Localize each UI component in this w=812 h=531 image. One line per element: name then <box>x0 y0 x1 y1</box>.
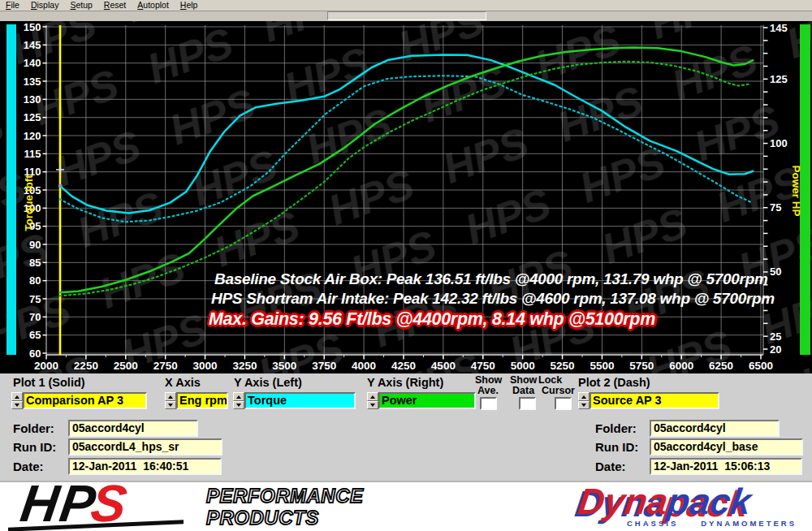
svg-text:75: 75 <box>770 201 781 214</box>
yaxis-left-spinner[interactable] <box>233 392 244 409</box>
svg-text:4750: 4750 <box>471 360 495 372</box>
runid-field-right[interactable]: 05accord4cyl_base <box>650 438 803 455</box>
svg-text:65: 65 <box>29 329 41 341</box>
svg-text:60: 60 <box>29 348 41 360</box>
svg-text:125: 125 <box>24 111 41 123</box>
plot2-spinner[interactable] <box>578 392 590 409</box>
show-data-checkbox[interactable] <box>519 397 536 410</box>
spin-up-icon[interactable] <box>233 392 244 401</box>
plot2-label: Plot 2 (Dash) <box>578 376 650 389</box>
svg-text:50: 50 <box>770 266 781 278</box>
hps-logo: HPS <box>17 474 132 531</box>
svg-text:120: 120 <box>24 130 41 142</box>
xaxis-spinner[interactable] <box>165 392 176 409</box>
show-ave-label-bottom: Ave. <box>477 385 499 396</box>
svg-text:5250: 5250 <box>551 360 575 372</box>
dyno-chart: HPS 606570758085909510010511011512012513… <box>0 21 812 373</box>
svg-text:6250: 6250 <box>709 360 733 372</box>
svg-text:135: 135 <box>24 76 41 88</box>
svg-text:145: 145 <box>24 39 41 51</box>
menu-item-help[interactable]: Help <box>175 0 204 11</box>
yaxis-left-combo: Torque <box>233 392 356 409</box>
spin-up-icon[interactable] <box>11 392 23 401</box>
hps-performance-text: PERFORMANCE <box>206 485 364 507</box>
date-label-left: Date: <box>13 460 44 473</box>
show-data-label-bottom: Data <box>512 385 534 396</box>
svg-text:4500: 4500 <box>431 360 456 372</box>
spin-down-icon[interactable] <box>165 401 176 410</box>
spin-down-icon[interactable] <box>367 401 378 410</box>
runid-label-right: Run ID: <box>595 440 638 454</box>
yaxis-right-value[interactable]: Power <box>378 392 476 409</box>
folder-field-right[interactable]: 05accord4cyl <box>650 420 780 437</box>
svg-text:4250: 4250 <box>391 360 416 372</box>
logo-band: HPS PERFORMANCE PRODUCTS Dynapack CHASSI… <box>0 481 812 531</box>
svg-text:115: 115 <box>24 148 41 160</box>
xaxis-label: X Axis <box>165 376 201 389</box>
spin-down-icon[interactable] <box>11 401 23 410</box>
date-field-right[interactable]: 12-Jan-2011 15:06:13 <box>650 458 802 475</box>
dynapack-logo: Dynapack <box>575 481 754 523</box>
spin-up-icon[interactable] <box>367 392 378 401</box>
svg-text:4000: 4000 <box>352 360 376 372</box>
menu-item-autoplot[interactable]: Autoplot <box>132 0 175 11</box>
svg-text:3000: 3000 <box>193 360 218 372</box>
menu-item-display[interactable]: Display <box>25 0 64 11</box>
date-field-left[interactable]: 12-Jan-2011 16:40:51 <box>68 458 222 475</box>
hps-logo-hp: HP <box>17 474 101 531</box>
show-ave-checkbox[interactable] <box>480 397 497 410</box>
menu-item-reset[interactable]: Reset <box>98 0 132 11</box>
menu-item-file[interactable]: File <box>0 0 25 11</box>
svg-text:150: 150 <box>24 21 41 33</box>
date-label-right: Date: <box>595 460 626 473</box>
yaxis-right-combo: Power <box>367 392 476 409</box>
dynapack-chassis-text: CHASSIS <box>627 519 678 528</box>
dyno-software-window: FileDisplaySetupResetAutoplotHelp Compar… <box>0 0 812 531</box>
dynapack-logo-pack: pack <box>665 481 754 522</box>
yaxis-right-spinner[interactable] <box>367 392 378 409</box>
plot1-combo: Comparison AP 3 <box>11 392 147 409</box>
spin-up-icon[interactable] <box>165 392 176 401</box>
dynapack-logo-dyna: Dyna <box>575 481 670 522</box>
svg-text:2250: 2250 <box>74 360 98 372</box>
spin-down-icon[interactable] <box>233 401 244 410</box>
folder-field-left[interactable]: 05accord4cyl <box>68 420 198 437</box>
annotation-baseline-peak: Baseline Stock Air Box: Peak 136.51 ft/l… <box>214 270 768 288</box>
svg-text:6000: 6000 <box>669 360 693 372</box>
xaxis-value[interactable]: Eng rpm <box>176 392 228 409</box>
svg-text:130: 130 <box>24 93 41 106</box>
spin-down-icon[interactable] <box>578 401 590 410</box>
plot2-value[interactable]: Source AP 3 <box>590 392 719 409</box>
yaxis-right-label: Y Axis (Right) <box>367 376 443 389</box>
dynapack-subtitle: CHASSIS DYNAMOMETERS <box>627 519 797 528</box>
lock-cursor-label-top: Lock <box>538 374 562 386</box>
hps-products-text: PRODUCTS <box>206 507 319 529</box>
svg-text:2500: 2500 <box>114 360 138 372</box>
svg-text:125: 125 <box>770 73 788 85</box>
svg-text:80: 80 <box>29 274 41 287</box>
svg-text:20: 20 <box>770 343 781 356</box>
yaxis-left-value[interactable]: Torque <box>244 392 356 409</box>
power-axis-title: Power HP <box>790 165 802 216</box>
menu-item-setup[interactable]: Setup <box>64 0 97 11</box>
show-ave-label-top: Show <box>475 374 502 386</box>
svg-text:2000: 2000 <box>34 360 58 372</box>
runid-field-left[interactable]: 05accordL4_hps_sr <box>68 438 222 455</box>
plot2-combo: Source AP 3 <box>578 392 719 409</box>
torque-axis-color-bar <box>6 24 16 355</box>
svg-text:3250: 3250 <box>232 360 257 372</box>
spin-up-icon[interactable] <box>578 392 590 401</box>
torque-axis-title: Torque lbft <box>23 175 35 231</box>
lock-cursor-label-bottom: Cursor <box>542 385 575 396</box>
plot1-spinner[interactable] <box>11 392 23 409</box>
show-data-label-top: Show <box>510 374 537 386</box>
annotation-max-gains: Max. Gains: 9.56 Ft/lbs @4400rpm, 8.14 w… <box>209 309 655 330</box>
plot1-label: Plot 1 (Solid) <box>13 376 85 389</box>
plot1-value[interactable]: Comparison AP 3 <box>23 392 147 409</box>
info-bar <box>0 11 812 21</box>
svg-text:6500: 6500 <box>749 360 773 372</box>
annotation-hps-peak: HPS Shortram Air Intake: Peak 142.32 ft/… <box>211 290 775 308</box>
lock-cursor-checkbox[interactable] <box>555 397 572 410</box>
dynapack-dynamometers-text: DYNAMOMETERS <box>701 519 797 528</box>
svg-text:100: 100 <box>770 137 788 149</box>
